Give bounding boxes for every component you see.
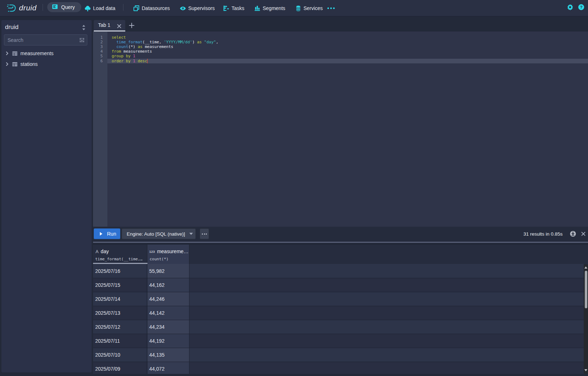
chevron-right-icon[interactable] — [5, 62, 9, 66]
cell-day[interactable]: 2025/07/15 — [93, 278, 147, 292]
result-row: 2025/07/1144,192 — [93, 334, 584, 348]
cell-measurements[interactable]: 44,135 — [147, 348, 190, 362]
nav-item-services[interactable]: Services — [295, 0, 323, 16]
help-icon[interactable]: ? — [578, 4, 584, 10]
query-more-button[interactable] — [200, 228, 209, 239]
editor-gutter: 123456 — [93, 32, 107, 227]
code-line-4: from measurements — [112, 49, 152, 54]
cell-day[interactable]: 2025/07/10 — [93, 348, 147, 362]
column-name: measureme… — [157, 249, 189, 254]
row-filler — [190, 348, 584, 362]
row-filler — [190, 292, 584, 306]
row-filler — [190, 362, 584, 374]
nav-item-supervisors[interactable]: Supervisors — [180, 0, 215, 16]
nav-item-segments[interactable]: Segments — [254, 0, 285, 16]
line-number: 5 — [100, 54, 103, 58]
add-tab-button[interactable] — [128, 22, 135, 29]
nav-item-datasources[interactable]: Datasources — [133, 0, 170, 16]
result-row: 2025/07/1344,142 — [93, 306, 584, 320]
search-box — [4, 34, 87, 45]
scrollbar-thumb[interactable] — [585, 271, 587, 308]
line-number: 4 — [100, 49, 103, 54]
cell-day[interactable]: 2025/07/12 — [93, 320, 147, 334]
engine-select-button[interactable]: Engine: Auto [SQL (native)] — [122, 228, 196, 239]
double-caret-vertical-icon[interactable] — [81, 24, 86, 31]
cell-measurements[interactable]: 44,192 — [147, 334, 190, 348]
chevron-right-icon[interactable] — [5, 52, 9, 55]
column-header-day[interactable]: A day time_format(__time,… — [93, 245, 147, 264]
row-filler — [190, 306, 584, 320]
svg-text:?: ? — [580, 5, 582, 10]
nav-item-load-data[interactable]: Load data — [84, 0, 115, 16]
cell-measurements[interactable]: 44,246 — [147, 292, 190, 306]
result-row: 2025/07/0944,072 — [93, 362, 584, 374]
cell-day[interactable]: 2025/07/09 — [93, 362, 147, 374]
table-icon — [12, 50, 18, 57]
results-scrollbar[interactable] — [584, 265, 588, 374]
cell-day[interactable]: 2025/07/16 — [93, 264, 147, 278]
nav-item-label: Query — [61, 4, 75, 10]
code-line-3: count(*) as measurements — [112, 44, 173, 49]
nav-item-tasks[interactable]: Tasks — [223, 0, 244, 16]
line-number: 1 — [100, 35, 103, 40]
filter-sliders-icon[interactable] — [79, 37, 85, 43]
code-line-2: time_format(__time, 'YYYY/MM/dd') as "da… — [112, 40, 218, 44]
datasource-tree: measurementsstations — [1, 48, 92, 69]
nav-item-label: Supervisors — [188, 5, 215, 11]
druid-console: druid QueryLoad dataDatasourcesSuperviso… — [0, 0, 588, 376]
cell-measurements[interactable]: 44,072 — [147, 362, 190, 374]
scroll-down-arrow[interactable] — [584, 369, 587, 371]
eye-icon — [180, 5, 186, 11]
column-name: day — [101, 249, 109, 254]
row-filler — [190, 278, 584, 292]
tab-close-icon[interactable] — [117, 23, 121, 28]
cell-measurements[interactable]: 55,982 — [147, 264, 190, 278]
cell-measurements[interactable]: 44,142 — [147, 306, 190, 320]
search-input[interactable] — [4, 35, 87, 45]
database-icon — [295, 5, 301, 11]
tree-item-stations[interactable]: stations — [1, 59, 92, 69]
table-icon — [12, 61, 18, 67]
datasources-icon — [133, 5, 140, 11]
string-type-icon: A — [96, 249, 98, 254]
nav-more-button[interactable] — [327, 5, 335, 12]
result-row: 2025/07/1655,982 — [93, 264, 584, 278]
schema-sidebar: druid measurementsstations — [1, 20, 92, 372]
query-tab[interactable]: Tab 1 — [94, 20, 125, 30]
column-expression: count(*) — [150, 257, 169, 261]
code-line-6: order by 1 desc — [112, 59, 147, 63]
cell-day[interactable]: 2025/07/13 — [93, 306, 147, 320]
results-body: 2025/07/1655,9822025/07/1544,1622025/07/… — [93, 264, 584, 374]
run-button[interactable]: Run — [94, 228, 120, 239]
editor-active-line — [107, 59, 588, 63]
tree-item-label: stations — [20, 61, 38, 67]
code-line-1: select — [112, 35, 126, 40]
results-splitter[interactable] — [93, 242, 588, 243]
query-icon — [52, 4, 58, 11]
results-header: A day time_format(__time,… 123 measureme… — [93, 244, 588, 264]
line-number: 3 — [100, 44, 103, 49]
download-icon[interactable] — [570, 231, 576, 237]
schema-title: druid — [5, 24, 19, 31]
nav-item-label: Services — [303, 5, 323, 11]
nav-item-label: Segments — [263, 5, 285, 11]
bar-chart-icon — [254, 5, 261, 11]
cell-measurements[interactable]: 44,234 — [147, 320, 190, 334]
nav-item-label: Datasources — [142, 5, 170, 11]
cell-day[interactable]: 2025/07/14 — [93, 292, 147, 306]
cell-measurements[interactable]: 44,162 — [147, 278, 190, 292]
nav-item-query[interactable]: Query — [47, 2, 81, 12]
gear-icon[interactable] — [567, 4, 573, 10]
number-type-icon: 123 — [149, 250, 155, 254]
scroll-up-arrow[interactable] — [584, 266, 587, 269]
cell-day[interactable]: 2025/07/11 — [93, 334, 147, 348]
sql-editor[interactable]: 123456 select time_format(__time, 'YYYY/… — [93, 32, 588, 227]
tree-item-measurements[interactable]: measurements — [1, 48, 92, 59]
play-icon — [100, 232, 102, 236]
results-close-icon[interactable] — [581, 231, 587, 236]
top-navbar: druid QueryLoad dataDatasourcesSuperviso… — [0, 0, 588, 16]
column-header-measurements[interactable]: 123 measureme… count(*) — [147, 245, 190, 264]
code-line-5: group by 1 — [112, 54, 135, 58]
run-toolbar: Run Engine: Auto [SQL (native)] 31 resul… — [93, 227, 588, 242]
result-row: 2025/07/1044,135 — [93, 348, 584, 362]
